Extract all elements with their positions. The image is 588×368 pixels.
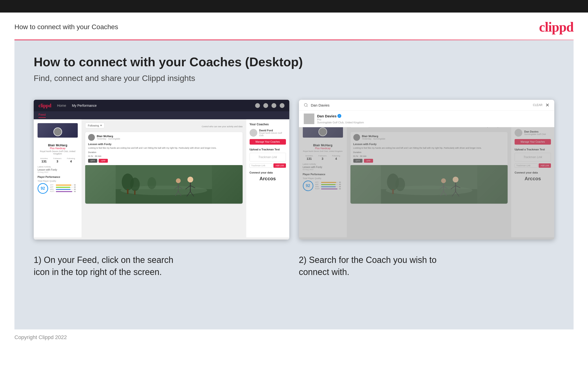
following-button[interactable]: Following ▾ xyxy=(85,123,105,128)
page-title: How to connect with your Coaches xyxy=(14,23,118,31)
perf-bar-app: APP 85 xyxy=(50,186,78,188)
user-icon-nav[interactable] xyxy=(263,103,268,108)
lesson-duration: Duration xyxy=(88,151,240,154)
svg-point-17 xyxy=(148,177,156,189)
stat-activities: Activities 131 xyxy=(40,157,48,163)
nav-icons-1 xyxy=(255,103,284,108)
golf-scene-svg xyxy=(85,165,243,204)
screenshot-1: clippd Home My Performance Feed xyxy=(34,100,289,239)
stat-followers: Followers 3 xyxy=(53,157,61,163)
lesson-card-header: Blair McHarg Yesterday · Sunningdale xyxy=(85,132,243,143)
perf-bars: OTT 90 APP 85 xyxy=(50,184,78,193)
lesson-content: Lesson with Fordy Looking to feel like m… xyxy=(85,143,243,165)
connect-title: Connect your data xyxy=(250,171,286,174)
feed-panel-1: Following ▾ Control who can see your act… xyxy=(82,119,246,237)
coach-avatar-1 xyxy=(250,129,257,137)
search-input-value[interactable]: Dan Davies xyxy=(311,103,530,107)
svg-point-9 xyxy=(176,178,181,183)
result-role: Pro xyxy=(317,118,364,121)
search-bar: Dan Davies CLEAR ✕ xyxy=(299,100,554,110)
player-perf: Player Performance Total Player Quality … xyxy=(37,176,78,194)
main-title: How to connect with your Coaches (Deskto… xyxy=(34,55,554,69)
app-button[interactable]: APP xyxy=(99,159,108,163)
perf-bar-ott: OTT 90 xyxy=(50,184,78,186)
mock-app-2: clippd Home My Performance Feed xyxy=(299,100,554,239)
score-circle: 92 xyxy=(37,183,48,194)
profile-club-1: Royal North Devon Golf Club, United King… xyxy=(37,150,78,155)
top-bar xyxy=(0,0,588,12)
trackman-box: Trackman Link xyxy=(250,153,286,161)
coach-club-display: Royal North Devon Golf Club xyxy=(259,132,286,137)
screenshot-2: clippd Home My Performance Feed xyxy=(299,100,554,239)
search-overlay: Dan Davies CLEAR ✕ Dan Davies ✓ xyxy=(299,100,554,127)
mock-app-1: clippd Home My Performance Feed xyxy=(34,100,289,239)
perf-bar-putt: PUTT 96 xyxy=(50,191,78,192)
coaches-panel-1: Your Coaches David Ford Royal North Devo… xyxy=(246,119,289,237)
profile-cover-1 xyxy=(37,123,78,138)
score-circle-container: 92 OTT 90 APP xyxy=(37,183,78,194)
feed-tab-item[interactable]: Feed xyxy=(38,113,46,118)
captions-row: 1) On your Feed, click on the searchicon… xyxy=(34,254,554,278)
lesson-card-1: Blair McHarg Yesterday · Sunningdale Les… xyxy=(85,132,243,204)
avatar-1 xyxy=(53,128,62,136)
latest-activity-label: Latest Activity xyxy=(37,166,78,168)
coaches-title-1: Your Coaches xyxy=(250,123,286,126)
svg-line-39 xyxy=(307,106,307,107)
result-name: Dan Davies xyxy=(317,114,337,118)
svg-point-38 xyxy=(304,103,307,106)
search-icon-nav[interactable] xyxy=(255,103,260,108)
nav-home-1[interactable]: Home xyxy=(57,104,66,108)
clear-label[interactable]: CLEAR xyxy=(533,103,543,107)
profile-icon-nav[interactable] xyxy=(280,103,284,108)
profile-panel-1: Blair McHarg Plus Handicap Royal North D… xyxy=(34,119,82,237)
settings-icon-nav[interactable] xyxy=(272,103,276,108)
activity-name: Lesson with Fordy xyxy=(37,168,78,171)
profile-name-1: Blair McHarg xyxy=(37,143,78,147)
coach-item-1: David Ford Royal North Devon Golf Club xyxy=(250,129,286,137)
lesson-meta: Blair McHarg Yesterday · Sunningdale xyxy=(97,135,240,140)
coach-name-display: David Ford xyxy=(259,129,286,132)
arccos-logo: Arccos xyxy=(250,176,286,182)
app-logo-1: clippd xyxy=(38,103,51,109)
activity-date: 03 Aug 2022 xyxy=(37,171,78,173)
header: How to connect with your Coaches clippd xyxy=(0,12,588,39)
svg-rect-18 xyxy=(127,189,129,194)
off-button[interactable]: OTT xyxy=(88,159,97,163)
lesson-time: Yesterday · Sunningdale xyxy=(97,138,240,140)
lesson-text: Looking to feel like my hands are exitin… xyxy=(88,147,240,150)
lesson-btn-row: OTT APP xyxy=(88,159,240,163)
copyright: Copyright Clippd 2022 xyxy=(14,334,67,340)
footer: Copyright Clippd 2022 xyxy=(0,330,588,345)
main-content: How to connect with your Coaches (Deskto… xyxy=(14,40,574,330)
upload-title: Upload a Trackman Test xyxy=(250,148,286,151)
nav-my-performance-1[interactable]: My Performance xyxy=(72,104,97,108)
result-club: Sunningdale Golf Club, United Kingdom xyxy=(317,121,364,124)
profile-stats-1: Activities 131 Followers 3 Following 4 xyxy=(37,157,78,163)
lesson-coach-name: Blair McHarg xyxy=(97,135,240,138)
caption-1: 1) On your Feed, click on the searchicon… xyxy=(34,254,289,278)
close-icon[interactable]: ✕ xyxy=(545,102,550,108)
caption-2: 2) Search for the Coach you wish toconne… xyxy=(299,254,554,278)
feed-tab-1: Feed xyxy=(34,111,289,119)
search-icon xyxy=(304,103,308,107)
perf-bar-arg: ARG 86 xyxy=(50,188,78,190)
verified-badge: ✓ xyxy=(337,114,341,118)
lesson-image xyxy=(85,165,243,204)
screenshots-row: clippd Home My Performance Feed xyxy=(34,100,554,239)
app-nav-1: clippd Home My Performance xyxy=(34,100,289,111)
result-avatar xyxy=(304,113,314,124)
profile-handicap-1: Plus Handicap xyxy=(37,147,78,150)
trackman-input-row: Trackman Link Add Link xyxy=(250,163,286,168)
add-link-button[interactable]: Add Link xyxy=(273,163,286,168)
clippd-logo: clippd xyxy=(539,19,574,35)
lesson-duration-value: 01 hr : 30 min xyxy=(88,155,240,157)
trackman-input[interactable]: Trackman Link xyxy=(250,163,273,168)
search-result: Dan Davies ✓ Pro Sunningdale Golf Club, … xyxy=(299,110,554,127)
caption-text-2: 2) Search for the Coach you wish toconne… xyxy=(299,254,554,278)
lesson-coach-avatar xyxy=(88,134,95,141)
svg-rect-19 xyxy=(134,190,135,195)
manage-coaches-button[interactable]: Manage Your Coaches xyxy=(250,139,286,145)
search-result-item[interactable]: Dan Davies ✓ Pro Sunningdale Golf Club, … xyxy=(299,110,554,127)
control-activity-link[interactable]: Control who can see your activity and da… xyxy=(202,125,243,128)
svg-point-16 xyxy=(130,178,140,191)
